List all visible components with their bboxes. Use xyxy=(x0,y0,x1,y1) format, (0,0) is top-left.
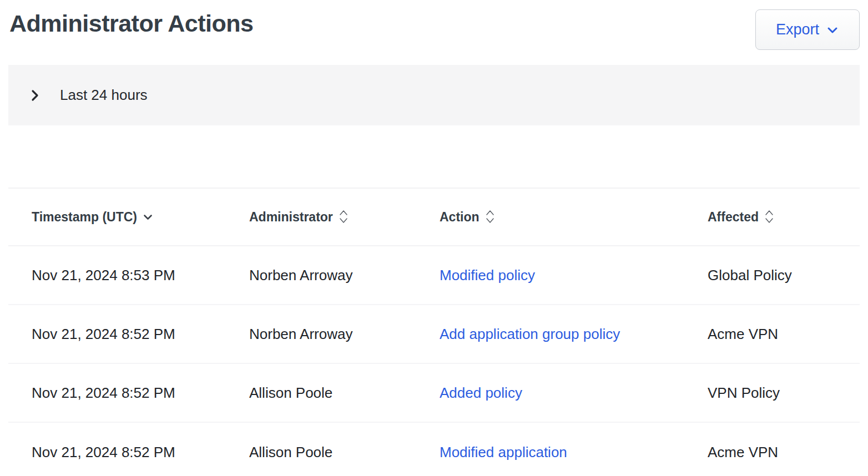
sort-carets-icon xyxy=(339,209,349,225)
administrator-cell: Allison Poole xyxy=(249,384,440,402)
export-button[interactable]: Export xyxy=(755,9,860,50)
administrator-cell: Norben Arroway xyxy=(249,326,440,343)
affected-cell: Global Policy xyxy=(708,267,860,284)
column-header-label: Action xyxy=(440,210,480,225)
chevron-down-icon xyxy=(143,212,153,222)
table-row: Nov 21, 2024 8:52 PM Allison Poole Added… xyxy=(8,364,860,423)
filter-label: Last 24 hours xyxy=(60,87,148,104)
sort-carets-icon xyxy=(764,209,774,225)
export-button-label: Export xyxy=(776,21,819,38)
administrator-cell: Norben Arroway xyxy=(249,267,440,284)
page-title: Administrator Actions xyxy=(8,9,253,38)
timestamp-cell: Nov 21, 2024 8:52 PM xyxy=(32,384,249,402)
timestamp-cell: Nov 21, 2024 8:52 PM xyxy=(32,444,249,461)
admin-actions-page: Administrator Actions Export Last 24 hou… xyxy=(0,0,868,476)
action-link[interactable]: Add application group policy xyxy=(440,326,620,342)
column-header-label: Timestamp (UTC) xyxy=(32,210,137,225)
administrator-cell: Allison Poole xyxy=(249,444,440,461)
filter-bar-last-24-hours[interactable]: Last 24 hours xyxy=(8,65,860,125)
page-header: Administrator Actions Export xyxy=(8,0,860,65)
timestamp-cell: Nov 21, 2024 8:53 PM xyxy=(32,267,249,284)
timestamp-cell: Nov 21, 2024 8:52 PM xyxy=(32,326,249,343)
table-header-row: Timestamp (UTC) Administrator Action xyxy=(8,188,860,246)
affected-cell: Acme VPN xyxy=(708,444,860,461)
column-header-administrator[interactable]: Administrator xyxy=(249,209,440,225)
column-header-action[interactable]: Action xyxy=(440,209,708,225)
affected-cell: Acme VPN xyxy=(708,326,860,343)
action-link[interactable]: Modified application xyxy=(440,444,567,460)
column-header-label: Administrator xyxy=(249,210,333,225)
chevron-down-icon xyxy=(826,23,839,37)
table-row: Nov 21, 2024 8:52 PM Allison Poole Modif… xyxy=(8,423,860,476)
sort-carets-icon xyxy=(485,209,495,225)
action-link[interactable]: Modified policy xyxy=(440,267,535,283)
column-header-affected[interactable]: Affected xyxy=(708,209,860,225)
table-row: Nov 21, 2024 8:53 PM Norben Arroway Modi… xyxy=(8,246,860,305)
admin-actions-table: Timestamp (UTC) Administrator Action xyxy=(8,188,860,476)
column-header-label: Affected xyxy=(708,210,759,225)
column-header-timestamp[interactable]: Timestamp (UTC) xyxy=(32,210,249,225)
affected-cell: VPN Policy xyxy=(708,384,860,402)
action-link[interactable]: Added policy xyxy=(440,384,522,401)
chevron-right-icon[interactable] xyxy=(29,88,41,103)
table-row: Nov 21, 2024 8:52 PM Norben Arroway Add … xyxy=(8,305,860,364)
